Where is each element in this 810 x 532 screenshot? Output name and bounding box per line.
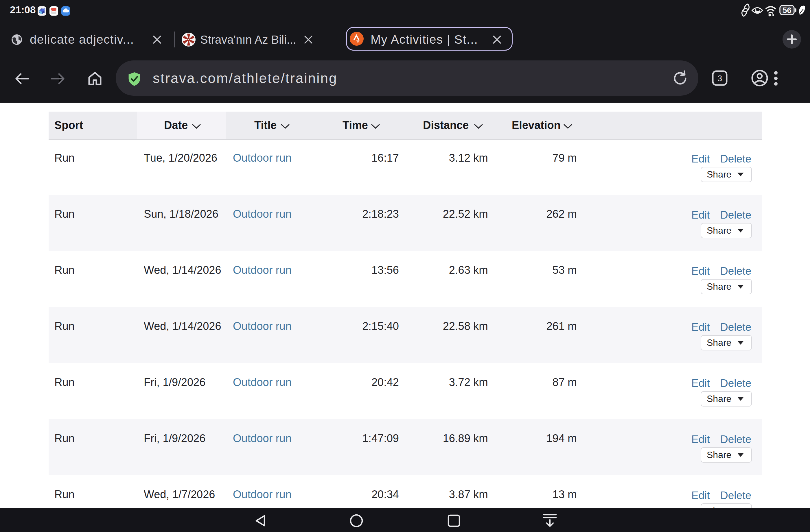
svg-text:3: 3 bbox=[717, 73, 722, 83]
